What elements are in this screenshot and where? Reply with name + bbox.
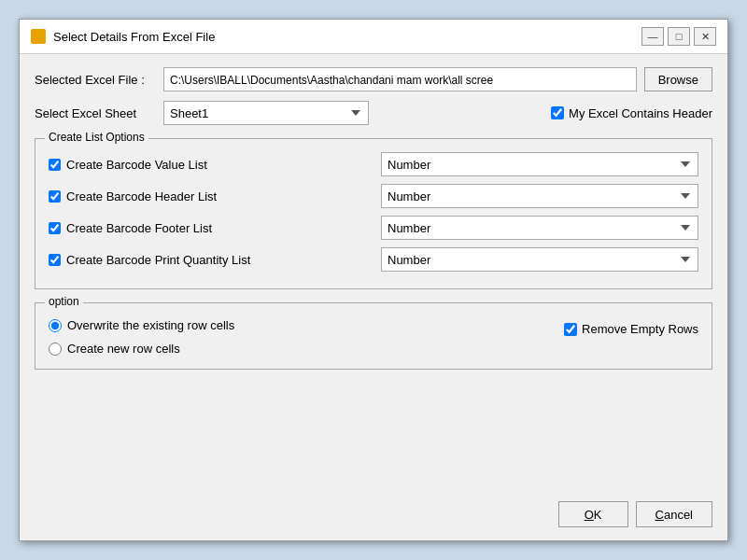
barcode-footer-label[interactable]: Create Barcode Footer List bbox=[49, 221, 372, 235]
ok-button[interactable]: OK bbox=[558, 501, 628, 527]
ok-underline-icon: O bbox=[585, 508, 594, 522]
barcode-quantity-text: Create Barcode Print Quantity List bbox=[66, 253, 250, 267]
ok-label-rest: K bbox=[594, 508, 602, 522]
close-button[interactable]: ✕ bbox=[694, 27, 716, 46]
barcode-header-label[interactable]: Create Barcode Header List bbox=[49, 189, 372, 203]
barcode-value-checkbox[interactable] bbox=[49, 159, 61, 171]
options-right: Remove Empty Rows bbox=[564, 318, 698, 356]
minimize-button[interactable]: — bbox=[641, 27, 664, 46]
options-title: option bbox=[45, 295, 83, 308]
new-row-radio[interactable] bbox=[49, 343, 62, 356]
barcode-header-checkbox[interactable] bbox=[49, 190, 61, 203]
header-checkbox[interactable] bbox=[551, 106, 564, 119]
new-row-text: Create new row cells bbox=[67, 342, 180, 356]
browse-button[interactable]: Browse bbox=[644, 67, 712, 91]
barcode-quantity-select[interactable]: Number Text Date bbox=[381, 247, 698, 272]
header-label-text: My Excel Contains Header bbox=[569, 106, 712, 120]
app-icon bbox=[31, 29, 46, 44]
file-row: Selected Excel File : C:\Users\IBALL\Doc… bbox=[35, 67, 712, 91]
remove-empty-checkbox[interactable] bbox=[564, 323, 577, 336]
cancel-button[interactable]: Cancel bbox=[636, 501, 712, 527]
overwrite-text: Overwrite the existing row cells bbox=[67, 318, 234, 332]
window-controls: — □ ✕ bbox=[641, 27, 716, 46]
barcode-footer-text: Create Barcode Footer List bbox=[66, 221, 212, 235]
barcode-value-label[interactable]: Create Barcode Value List bbox=[49, 158, 372, 172]
barcode-header-text: Create Barcode Header List bbox=[66, 189, 217, 203]
list-options-title: Create List Options bbox=[45, 131, 148, 144]
cancel-underline-icon: C bbox=[655, 508, 664, 522]
list-item-3: Create Barcode Footer List Number Text D… bbox=[49, 212, 698, 244]
file-path-display: C:\Users\IBALL\Documents\Aastha\chandani… bbox=[163, 67, 637, 91]
options-left: Overwrite the existing row cells Create … bbox=[49, 318, 545, 356]
barcode-header-select[interactable]: Number Text Date bbox=[381, 184, 698, 208]
barcode-value-text: Create Barcode Value List bbox=[66, 158, 207, 172]
dialog-footer: OK Cancel bbox=[20, 494, 727, 540]
dialog-title: Select Details From Excel File bbox=[53, 30, 215, 44]
overwrite-radio-label[interactable]: Overwrite the existing row cells bbox=[49, 318, 545, 332]
options-content: Overwrite the existing row cells Create … bbox=[49, 313, 698, 356]
sheet-select[interactable]: Sheet1 Sheet2 Sheet3 bbox=[163, 101, 369, 125]
list-item-1: Create Barcode Value List Number Text Da… bbox=[49, 148, 698, 180]
remove-empty-text: Remove Empty Rows bbox=[582, 322, 698, 336]
title-bar: Select Details From Excel File — □ ✕ bbox=[20, 20, 727, 54]
list-item-2: Create Barcode Header List Number Text D… bbox=[49, 180, 698, 212]
remove-empty-label[interactable]: Remove Empty Rows bbox=[564, 322, 698, 336]
list-options-group: Create List Options Create Barcode Value… bbox=[35, 138, 712, 289]
barcode-footer-checkbox[interactable] bbox=[49, 222, 61, 234]
list-item-4: Create Barcode Print Quantity List Numbe… bbox=[49, 244, 698, 275]
sheet-label: Select Excel Sheet bbox=[35, 106, 156, 120]
overwrite-radio[interactable] bbox=[49, 319, 62, 332]
title-bar-left: Select Details From Excel File bbox=[31, 29, 215, 44]
new-row-radio-label[interactable]: Create new row cells bbox=[49, 342, 545, 356]
file-label: Selected Excel File : bbox=[35, 73, 156, 87]
barcode-value-select[interactable]: Number Text Date bbox=[381, 152, 698, 176]
sheet-row: Select Excel Sheet Sheet1 Sheet2 Sheet3 … bbox=[35, 101, 712, 125]
cancel-label-rest: ancel bbox=[664, 508, 693, 522]
dialog: Select Details From Excel File — □ ✕ Sel… bbox=[19, 19, 728, 541]
barcode-quantity-label[interactable]: Create Barcode Print Quantity List bbox=[49, 253, 372, 267]
barcode-footer-select[interactable]: Number Text Date bbox=[381, 216, 698, 240]
dialog-content: Selected Excel File : C:\Users\IBALL\Doc… bbox=[20, 54, 727, 494]
restore-button[interactable]: □ bbox=[668, 27, 690, 46]
options-group: option Overwrite the existing row cells … bbox=[35, 302, 712, 370]
header-checkbox-label[interactable]: My Excel Contains Header bbox=[551, 106, 712, 120]
barcode-quantity-checkbox[interactable] bbox=[49, 254, 61, 266]
